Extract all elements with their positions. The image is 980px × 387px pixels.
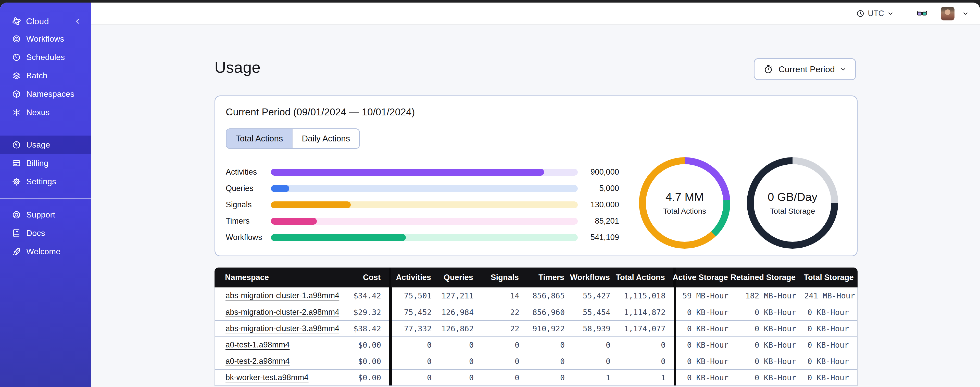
sidebar-item-schedules[interactable]: Schedules	[0, 48, 91, 66]
sidebar-item-docs[interactable]: Docs	[0, 224, 91, 242]
column-divider	[389, 353, 392, 369]
cell-queries: 0	[440, 336, 482, 353]
namespace-cell: abs-migration-cluster-1.a98mm4	[215, 288, 332, 304]
cell-retained-storage: 0 KB-Hour	[737, 353, 804, 369]
bar-fill	[271, 218, 317, 225]
cell-total-storage: 0 KB-Hour	[804, 304, 857, 320]
namespace-link[interactable]: a0-test-2.a98mm4	[226, 357, 290, 366]
cell-active-storage: 0 KB-Hour	[676, 369, 737, 385]
namespace-cell: a0-test-2.a98mm4	[215, 353, 332, 369]
bar-value: 85,201	[578, 216, 619, 225]
column-header-activities: Activities	[391, 267, 439, 288]
cell-queries: 126,984	[440, 304, 482, 320]
column-header-timers: Timers	[527, 267, 573, 288]
namespace-link[interactable]: bk-worker-test.a98mm4	[226, 373, 309, 382]
cell-cost: $38.42	[332, 320, 389, 336]
sidebar-item-batch[interactable]: Batch	[0, 66, 91, 85]
cell-signals: 22	[482, 320, 528, 336]
sidebar-item-usage[interactable]: Usage	[0, 136, 91, 154]
table-row: bk-worker-test.a98mm4$0.000000110 KB-Hou…	[215, 369, 857, 385]
cell-active-storage: 0 KB-Hour	[676, 353, 737, 369]
cell-total-storage: 241 MB-Hour	[804, 288, 863, 304]
sidebar-item-billing[interactable]: Billing	[0, 154, 91, 172]
namespace-usage-table: NamespaceCostActivitiesQueriesSignalsTim…	[215, 267, 858, 386]
total-actions-label: Total Actions	[663, 207, 706, 216]
bar-track	[271, 201, 578, 208]
namespace-link[interactable]: abs-migration-cluster-2.a98mm4	[226, 308, 339, 317]
cell-signals: 22	[482, 304, 528, 320]
actions-tabs: Total ActionsDaily Actions	[226, 128, 360, 149]
sidebar-item-settings[interactable]: Settings	[0, 172, 91, 191]
table-row: a0-test-1.a98mm4$0.000000000 KB-Hour0 KB…	[215, 336, 857, 353]
bar-track	[271, 185, 578, 192]
period-select-button[interactable]: Current Period	[754, 58, 856, 80]
sidebar-item-support[interactable]: Support	[0, 205, 91, 224]
bar-row-signals: Signals130,000	[226, 197, 624, 213]
support-icon	[12, 210, 21, 219]
column-header-total-storage: Total Storage	[804, 267, 862, 288]
app-window: Cloud WorkflowsSchedulesBatchNamespacesN…	[0, 3, 980, 387]
sidebar-item-namespaces[interactable]: Namespaces	[0, 85, 91, 103]
cell-activities: 77,332	[392, 320, 440, 336]
bar-label: Queries	[226, 184, 271, 193]
bar-row-activities: Activities900,000	[226, 164, 624, 180]
namespace-link[interactable]: abs-migration-cluster-3.a98mm4	[226, 324, 339, 333]
namespace-link[interactable]: abs-migration-cluster-1.a98mm4	[226, 291, 339, 300]
sidebar-nav-primary: WorkflowsSchedulesBatchNamespacesNexus	[0, 30, 91, 122]
cell-workflows: 55,454	[573, 304, 619, 320]
bar-row-workflows: Workflows541,109	[226, 229, 624, 246]
bar-value: 900,000	[578, 168, 619, 177]
namespace-cell: abs-migration-cluster-2.a98mm4	[215, 304, 332, 320]
cell-retained-storage: 0 KB-Hour	[737, 320, 804, 336]
labs-glasses-icon[interactable]	[916, 8, 928, 19]
cell-active-storage: 0 KB-Hour	[676, 304, 737, 320]
chevron-down-icon	[840, 66, 846, 72]
namespace-cell: abs-migration-cluster-3.a98mm4	[215, 320, 332, 336]
sidebar-item-label: Nexus	[26, 108, 50, 117]
cell-cost: $0.00	[332, 336, 389, 353]
cell-queries: 127,211	[440, 288, 482, 304]
cell-cost: $29.32	[332, 304, 389, 320]
column-divider	[674, 288, 676, 304]
clock-icon	[856, 9, 865, 18]
cell-workflows: 1	[573, 369, 619, 385]
cell-cost: $34.42	[332, 288, 389, 304]
table-body: abs-migration-cluster-1.a98mm4$34.4275,5…	[215, 288, 858, 386]
usage-icon	[12, 140, 21, 150]
bar-fill	[271, 169, 544, 176]
cell-total-storage: 0 KB-Hour	[804, 336, 857, 353]
cell-signals: 0	[482, 336, 528, 353]
sidebar-item-nexus[interactable]: Nexus	[0, 103, 91, 122]
tab-daily-actions[interactable]: Daily Actions	[292, 129, 359, 148]
sidebar-item-welcome[interactable]: Welcome	[0, 242, 91, 261]
column-divider	[674, 369, 676, 385]
schedules-icon	[12, 53, 21, 62]
avatar[interactable]	[941, 6, 955, 21]
timezone-select[interactable]: UTC	[856, 9, 894, 18]
sidebar-divider	[0, 132, 91, 132]
sidebar-item-workflows[interactable]: Workflows	[0, 30, 91, 48]
namespace-cell: a0-test-1.a98mm4	[215, 336, 332, 353]
cell-activities: 0	[392, 369, 440, 385]
cell-retained-storage: 0 KB-Hour	[737, 336, 804, 353]
cell-total-storage: 0 KB-Hour	[804, 320, 857, 336]
cell-total-actions: 1,174,077	[619, 320, 674, 336]
chevron-down-icon	[887, 10, 894, 17]
column-divider	[389, 369, 392, 385]
column-header-signals: Signals	[481, 267, 527, 288]
sidebar-collapse-icon[interactable]	[74, 18, 82, 25]
column-divider	[389, 288, 392, 304]
cell-cost: $0.00	[332, 353, 389, 369]
cell-workflows: 55,427	[573, 288, 619, 304]
sidebar: Cloud WorkflowsSchedulesBatchNamespacesN…	[0, 3, 91, 387]
cell-total-storage: 0 KB-Hour	[804, 353, 857, 369]
column-header-queries: Queries	[439, 267, 481, 288]
total-actions-donut: 4.7 MM Total Actions	[639, 157, 730, 249]
billing-icon	[12, 158, 21, 168]
namespace-link[interactable]: a0-test-1.a98mm4	[226, 340, 290, 349]
cell-signals: 0	[482, 353, 528, 369]
period-select-label: Current Period	[778, 64, 835, 74]
user-menu-chevron-icon[interactable]	[962, 10, 969, 17]
tab-total-actions[interactable]: Total Actions	[226, 129, 292, 148]
sidebar-item-label: Docs	[26, 229, 45, 238]
